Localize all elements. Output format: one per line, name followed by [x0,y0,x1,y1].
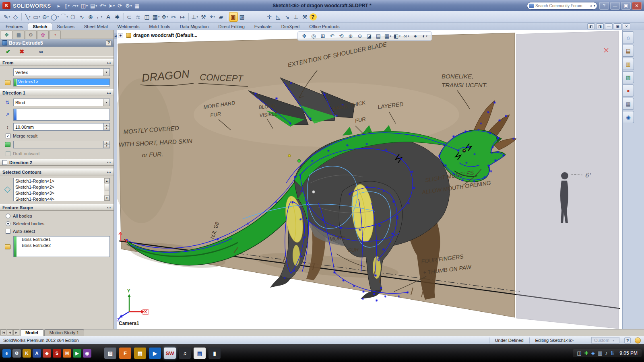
scroll-up-icon[interactable]: ▲ [104,178,109,183]
annotation-view-icon[interactable]: ▤ [374,32,383,40]
contours-list[interactable]: Sketch1-Region<1>Sketch1-Region<2>Sketch… [13,178,110,201]
tab-scroll-prev[interactable]: ◀ [7,329,13,335]
pane-split-right-icon[interactable]: ◨ [596,23,604,29]
quick-player-icon[interactable]: ▶ [73,349,81,358]
instant3d-icon[interactable]: ◺ [274,12,283,22]
fillet-icon[interactable]: ⌐▾ [95,12,104,22]
scroll-thumb[interactable] [105,184,109,191]
select-icon[interactable]: ➤▾ [107,1,116,10]
pane-split-left-icon[interactable]: ◧ [587,23,595,29]
quick-settings-icon[interactable]: ⚙ [12,349,21,358]
bodies-list[interactable]: Boss-Extrude1Boss-Extrude2 [13,236,110,257]
new-document-icon[interactable]: ▯▾ [63,1,71,10]
app-explorer-icon[interactable]: ▤ [134,348,146,359]
hide-show-items-icon[interactable]: ∞▾ [402,32,411,40]
no-external-references-icon[interactable]: ▣ [229,12,238,22]
search-input[interactable] [535,4,589,8]
zoom-area-icon[interactable]: ⊞ [318,32,328,40]
view-orientation-icon[interactable]: ▦▾ [383,32,392,40]
sketch-picture-icon[interactable]: ▨ [238,12,247,22]
tab-scroll-first[interactable]: |◀ [0,329,6,335]
collapse-panel-icon[interactable]: ◀ [114,33,117,39]
direction-reference-box[interactable] [13,109,110,121]
from-vertex-selection-box[interactable]: Vertex<1> [13,78,110,86]
merge-result-checkbox[interactable]: ✓ [6,134,10,138]
tab-direct-editing[interactable]: Direct Editing [213,23,249,30]
search-icon[interactable]: ⌕ [590,3,592,8]
sep-1[interactable] [21,13,22,21]
section-feature-scope-header[interactable]: Feature Scope ▲▲ [0,204,114,211]
draft-spin-down[interactable]: ▼ [104,145,109,148]
cancel-button[interactable]: ✖ [17,47,27,56]
section-direction2-header[interactable]: Direction 2 ▼▼ [0,159,114,166]
sep-2[interactable] [123,13,124,21]
edit-appearance-icon[interactable]: ● [411,32,420,40]
reference-geometry-icon[interactable]: ✛ [265,12,274,22]
selected-bodies-radio[interactable] [6,221,10,226]
tab-data-migration[interactable]: Data Migration [175,23,214,30]
menu-expand-icon[interactable]: ▸ [55,1,63,10]
previous-view-icon[interactable]: ↶ [328,32,337,40]
contour-item[interactable]: Sketch1-Region<1> [14,178,104,184]
doc-restore-icon[interactable]: ▣ [614,23,621,29]
featuremanager-expand-button[interactable]: + [118,33,123,38]
community-search[interactable]: ⌕ ▾ [527,2,597,10]
graphics-area[interactable]: DRAGON CONCEPT EXTENTION OF SHOULDER BLA… [117,30,622,329]
save-icon[interactable]: ◫▾ [80,1,89,10]
file-explorer-icon[interactable]: ▥ [623,58,634,70]
quick-mail-icon[interactable]: M [63,349,71,358]
quick-app-a-icon[interactable]: A [33,349,41,358]
ok-button[interactable]: ✔ [3,47,13,56]
help-button[interactable]: ? [599,2,609,10]
section-contours-header[interactable]: Selected Contours ▲▲ [0,169,114,175]
point-icon[interactable]: ✱ [113,12,122,22]
body-item[interactable]: Boss-Extrude1 [20,237,109,243]
view-palette-icon[interactable]: ▧ [623,71,634,83]
rapid-sketch-icon[interactable]: ▰ [217,12,226,22]
scroll-down-icon[interactable]: ▼ [104,195,109,201]
rectangle-icon[interactable]: ▭▾ [32,12,41,22]
print-icon[interactable]: ▤▾ [89,1,98,10]
repair-sketch-icon[interactable]: ⚒ [199,12,208,22]
ellipse-icon[interactable]: ⊜ [87,12,95,22]
auto-select-checkbox[interactable] [6,229,10,234]
detailed-preview-button[interactable]: ∞ [36,47,46,56]
rebuild-icon[interactable]: ⟳ [116,1,124,10]
polygon-icon[interactable]: ⬡ [69,12,78,22]
open-document-icon[interactable]: ▱▾ [71,1,80,10]
app-notepad-icon[interactable]: ▤ [194,348,206,359]
tray-usb-icon[interactable]: ▥ [598,350,602,356]
normal-to-icon[interactable]: ⊥ [292,12,301,22]
tab-motion-study[interactable]: Motion Study 1 [44,329,84,336]
pm-tab-configurations[interactable]: ✿ [37,31,49,39]
convert-entities-icon[interactable]: ⊂ [125,12,134,22]
quick-help-icon[interactable]: ? [310,13,317,21]
pm-help-button[interactable]: ? [106,40,111,46]
line-icon[interactable]: ╲▾ [23,12,32,22]
pan-icon[interactable]: ✥ [300,32,309,40]
tab-dimxpert[interactable]: DimXpert [277,23,305,30]
zoom-out-icon[interactable]: ⊖ [355,32,365,40]
tab-weldments[interactable]: Weldments [113,23,144,30]
app-solidworks-icon[interactable]: SW [164,348,176,359]
section-from-header[interactable]: From ▲▲ [0,59,114,66]
reverse-direction-button[interactable]: ⇅ [3,100,12,105]
custom-properties-icon[interactable]: ▦ [623,98,634,110]
options-icon[interactable]: ⚙▾ [124,1,133,10]
tab-model[interactable]: Model [20,329,43,336]
offset-entities-icon[interactable]: ≋ [134,12,143,22]
mirror-entities-icon[interactable]: ◫ [143,12,152,22]
minimize-button[interactable]: — [610,2,620,10]
config-dropdown[interactable]: Custom ▾ [591,337,619,343]
quick-snaps-icon[interactable]: ⌖▾ [208,12,217,22]
draft-input[interactable] [13,141,103,148]
pm-tab-propertymanager[interactable]: ✥ [1,31,12,39]
apply-scene-icon[interactable]: ◐▾ [420,32,429,40]
quick-media-icon[interactable]: ◆ [43,349,51,358]
tray-display-icon[interactable]: ◫ [577,350,581,356]
tray-volume-icon[interactable]: ♪ [605,350,607,356]
tray-update-icon[interactable]: ◈ [591,350,595,356]
from-type-dropdown[interactable]: Vertex ▾ [13,68,110,76]
undo-icon[interactable]: ↶▾ [98,1,107,10]
contours-scrollbar[interactable]: ▲ ▼ [104,178,109,201]
